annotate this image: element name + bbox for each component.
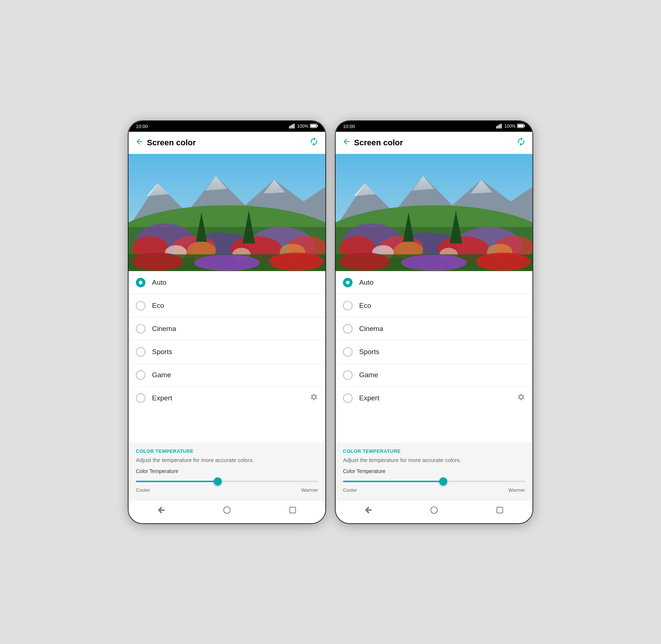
radio-label-cinema: Cinema — [152, 325, 176, 333]
color-temperature-section: COLOR TEMPERATURE Adjust the temperature… — [129, 443, 325, 500]
svg-rect-5 — [311, 124, 316, 127]
back-button[interactable] — [135, 137, 144, 148]
color-temperature-section: COLOR TEMPERATURE Adjust the temperature… — [336, 443, 532, 500]
svg-rect-37 — [501, 124, 502, 128]
radio-label-expert: Expert — [359, 394, 379, 402]
slider-labels: Cooler Warmer — [136, 487, 318, 493]
battery-icon — [517, 124, 525, 129]
cooler-label: Cooler — [343, 487, 357, 493]
radio-item-sports[interactable]: Sports — [129, 341, 325, 364]
color-temp-slider[interactable] — [136, 478, 318, 485]
page-title: Screen color — [354, 138, 403, 148]
svg-rect-40 — [524, 125, 525, 127]
nav-back-button[interactable] — [157, 506, 166, 517]
svg-rect-33 — [290, 507, 296, 513]
radio-circle-expert[interactable] — [136, 393, 145, 403]
color-temp-description: Adjust the temperature for more accurate… — [343, 457, 525, 463]
radio-circle-game[interactable] — [343, 370, 353, 380]
radio-circle-expert[interactable] — [343, 393, 353, 403]
color-temp-description: Adjust the temperature for more accurate… — [136, 457, 318, 463]
svg-rect-6 — [317, 125, 318, 127]
radio-item-expert[interactable]: Expert — [129, 387, 325, 410]
slider-thumb[interactable] — [439, 477, 447, 485]
svg-rect-3 — [293, 124, 295, 128]
nav-recent-button[interactable] — [288, 506, 297, 517]
svg-rect-35 — [498, 125, 499, 128]
color-temp-title: COLOR TEMPERATURE — [136, 448, 318, 454]
svg-point-30 — [194, 255, 260, 271]
color-temp-label: Color Temperature — [136, 468, 318, 474]
status-bar: 10:00 100% — [336, 121, 532, 132]
slider-thumb[interactable] — [214, 477, 222, 485]
svg-rect-34 — [496, 126, 497, 128]
slider-labels: Cooler Warmer — [343, 487, 525, 493]
radio-circle-eco[interactable] — [343, 301, 353, 310]
radio-circle-eco[interactable] — [136, 301, 145, 310]
radio-circle-game[interactable] — [136, 370, 145, 380]
refresh-button[interactable] — [516, 137, 526, 149]
radio-circle-cinema[interactable] — [136, 324, 145, 334]
navigation-bar — [336, 500, 532, 523]
radio-item-auto[interactable]: Auto — [129, 271, 325, 294]
back-button[interactable] — [342, 137, 351, 148]
color-temp-title: COLOR TEMPERATURE — [343, 448, 525, 454]
radio-circle-auto[interactable] — [136, 278, 145, 287]
radio-options-list: AutoEcoCinemaSportsGameExpert — [336, 271, 532, 443]
svg-rect-39 — [518, 124, 523, 127]
radio-circle-cinema[interactable] — [343, 324, 353, 334]
radio-item-auto[interactable]: Auto — [336, 271, 532, 294]
warmer-label: Warmer — [508, 487, 525, 493]
color-temp-label: Color Temperature — [343, 468, 525, 474]
radio-item-eco[interactable]: Eco — [129, 294, 325, 317]
nav-recent-button[interactable] — [495, 506, 504, 517]
svg-rect-2 — [292, 124, 293, 128]
svg-point-29 — [132, 252, 183, 271]
svg-point-65 — [476, 252, 531, 271]
radio-circle-sports[interactable] — [136, 347, 145, 357]
navigation-bar — [129, 500, 325, 523]
signal-icon — [289, 123, 296, 130]
radio-label-eco: Eco — [152, 302, 164, 310]
svg-rect-0 — [289, 126, 290, 128]
radio-circle-sports[interactable] — [343, 347, 353, 357]
radio-item-sports[interactable]: Sports — [336, 341, 532, 364]
status-time: 10:00 — [343, 124, 355, 129]
radio-item-game[interactable]: Game — [336, 364, 532, 387]
status-icons: 100% — [289, 123, 318, 130]
status-bar: 10:00 100% — [129, 121, 325, 132]
radio-label-auto: Auto — [152, 279, 166, 287]
color-temp-slider[interactable] — [343, 478, 525, 485]
radio-label-sports: Sports — [152, 348, 172, 356]
status-time: 10:00 — [136, 124, 148, 129]
warmer-label: Warmer — [301, 487, 318, 493]
battery-percent: 100% — [297, 124, 308, 129]
svg-point-66 — [431, 507, 437, 513]
phone-2: 10:00 100% — [335, 120, 533, 524]
radio-label-eco: Eco — [359, 302, 371, 310]
nav-home-button[interactable] — [430, 506, 438, 517]
svg-point-32 — [224, 507, 230, 513]
radio-item-cinema[interactable]: Cinema — [336, 317, 532, 341]
refresh-button[interactable] — [309, 137, 319, 149]
radio-item-cinema[interactable]: Cinema — [129, 317, 325, 341]
svg-rect-67 — [497, 507, 503, 513]
status-icons: 100% — [496, 123, 525, 130]
radio-circle-auto[interactable] — [343, 278, 353, 287]
gear-icon[interactable] — [310, 393, 318, 403]
radio-item-expert[interactable]: Expert — [336, 387, 532, 410]
signal-icon — [496, 123, 503, 130]
battery-icon — [310, 124, 318, 129]
svg-point-31 — [269, 252, 324, 271]
screen-color-header: Screen color — [336, 132, 532, 154]
radio-label-auto: Auto — [359, 279, 373, 287]
radio-item-game[interactable]: Game — [129, 364, 325, 387]
nav-home-button[interactable] — [223, 506, 231, 517]
gear-icon[interactable] — [517, 393, 525, 403]
cooler-label: Cooler — [136, 487, 150, 493]
radio-options-list: AutoEcoCinemaSportsGameExpert — [129, 271, 325, 443]
svg-point-63 — [339, 252, 390, 271]
radio-item-eco[interactable]: Eco — [336, 294, 532, 317]
radio-label-expert: Expert — [152, 394, 172, 402]
svg-point-64 — [401, 255, 467, 271]
nav-back-button[interactable] — [364, 506, 373, 517]
